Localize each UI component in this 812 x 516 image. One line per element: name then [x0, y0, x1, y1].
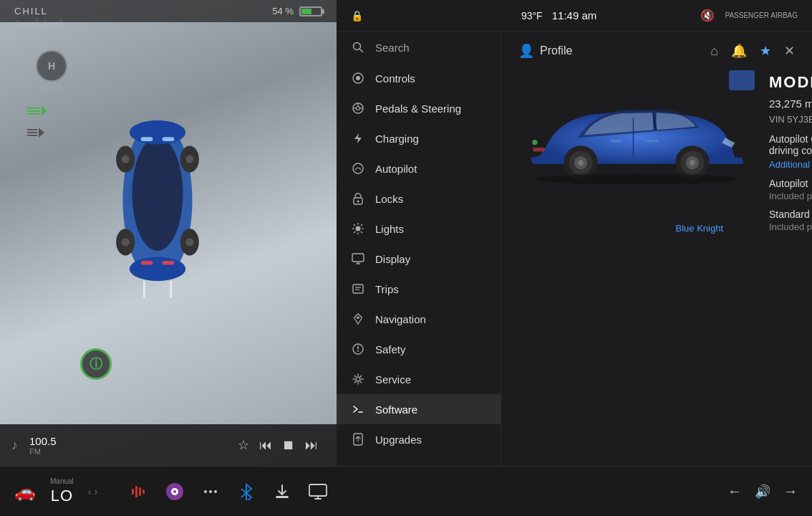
notifications-icon[interactable]: 🔔: [731, 43, 747, 59]
profile-section[interactable]: 👤 Profile: [518, 43, 572, 59]
controls-icon: [351, 71, 365, 85]
stop-button[interactable]: ⏹: [282, 438, 295, 453]
autopilot-icon: [351, 161, 365, 176]
lock-icon: [351, 191, 365, 206]
taskbar-icon-waveform[interactable]: [126, 479, 152, 505]
sidebar-item-safety[interactable]: Safety: [337, 334, 501, 364]
frequency-band: FM: [29, 447, 57, 456]
svg-rect-22: [141, 261, 153, 265]
hold-circle[interactable]: H: [36, 50, 67, 82]
charging-icon: [351, 131, 365, 145]
svg-line-46: [361, 224, 362, 226]
navigation-icon: [351, 312, 365, 326]
autopilot-computer-row: Autopilot Computer: Full self-driving co…: [769, 133, 812, 171]
sidebar-item-upgrades[interactable]: Upgrades: [337, 424, 501, 454]
svg-rect-20: [141, 137, 153, 141]
service-icon: [351, 372, 365, 386]
sidebar-item-service[interactable]: Service: [337, 364, 501, 394]
sidebar-item-display[interactable]: Display: [337, 244, 501, 274]
favorite-button[interactable]: ☆: [238, 437, 249, 453]
svg-point-57: [357, 350, 359, 352]
svg-rect-48: [352, 254, 364, 262]
lights-icon: [351, 221, 365, 236]
home-icon[interactable]: ⌂: [710, 44, 718, 59]
taskbar-icon-record[interactable]: [162, 479, 188, 505]
close-icon[interactable]: ✕: [784, 43, 795, 59]
pedals-label: Pedals & Steering: [375, 102, 461, 115]
drive-mode-label: Manual: [50, 477, 74, 485]
status-temperature: 93°F: [521, 10, 543, 22]
svg-point-9: [132, 137, 183, 251]
taskbar-forward-icon[interactable]: →: [783, 483, 798, 500]
battery-icon: [299, 6, 322, 16]
svg-rect-4: [27, 129, 37, 130]
car-display-section: Blue Knight MODEL 3 23,275 mi VIN 5YJ3E1…: [518, 70, 795, 239]
headlight-low-icon[interactable]: [27, 125, 53, 140]
taskbar-car-icon: 🚗: [14, 482, 36, 502]
svg-point-84: [209, 490, 212, 493]
taskbar-icon-bluetooth[interactable]: [233, 479, 259, 505]
mileage-display: 23,275 mi: [769, 97, 812, 110]
next-track-button[interactable]: ⏭: [305, 438, 318, 453]
connectivity-row: Standard Connectivity ⓘ Included package: [769, 209, 812, 232]
autopilot-row: Autopilot ⓘ Included package: [769, 178, 812, 201]
bluetooth-icon[interactable]: ★: [760, 43, 771, 59]
svg-point-29: [356, 76, 360, 80]
sidebar-item-charging[interactable]: Charging: [337, 123, 501, 153]
next-arrow[interactable]: ›: [94, 486, 97, 497]
sidebar-item-navigation[interactable]: Navigation: [337, 304, 501, 334]
software-label: Software: [375, 403, 417, 416]
svg-rect-6: [27, 135, 37, 136]
svg-point-85: [214, 490, 217, 493]
color-name: Blue Knight: [676, 223, 724, 234]
safety-icon: [351, 342, 365, 356]
svg-line-47: [354, 231, 355, 233]
taskbar-right: ← 🔊 →: [728, 483, 798, 500]
autopilot-label: Autopilot: [375, 163, 417, 175]
sidebar-item-trips[interactable]: Trips: [337, 274, 501, 304]
display-icon: [351, 252, 365, 266]
search-item[interactable]: Search: [337, 34, 501, 60]
sidebar-item-pedals[interactable]: Pedals & Steering: [337, 93, 501, 123]
music-note-icon: ♪: [11, 438, 18, 453]
hold-button[interactable]: H HOLD: [36, 50, 67, 93]
drive-mode-value: LO: [51, 487, 73, 505]
sidebar-item-locks[interactable]: Locks: [337, 183, 501, 214]
status-time: 11:49 am: [552, 9, 597, 22]
svg-point-54: [357, 316, 359, 319]
tesla-screen: 🔒 11:49 am 93°F 🔇 PASSENGER AIRBAG Searc…: [337, 0, 812, 466]
svg-rect-77: [135, 486, 137, 497]
info-button[interactable]: ⓘ: [80, 348, 112, 380]
taskbar-icon-display[interactable]: [305, 479, 331, 505]
profile-header: 👤 Profile ⌂ 🔔 ★ ✕: [518, 43, 795, 59]
svg-point-31: [357, 107, 360, 110]
prev-arrow[interactable]: ‹: [88, 486, 92, 497]
controls-label: Controls: [375, 72, 415, 85]
taskbar-icon-menu[interactable]: [198, 479, 223, 505]
car-3d-view: Blue Knight: [518, 70, 755, 239]
previous-track-button[interactable]: ⏮: [259, 438, 272, 453]
additional-vehicle-info-link[interactable]: Additional Vehicle Information: [769, 159, 812, 170]
safety-label: Safety: [375, 343, 406, 355]
svg-line-27: [360, 49, 363, 52]
locks-label: Locks: [375, 193, 403, 205]
headlight-high-icon[interactable]: [27, 104, 53, 118]
frequency-value: 100.5: [29, 435, 57, 447]
drive-mode-display: Manual LO: [50, 477, 74, 505]
svg-marker-35: [354, 133, 362, 143]
right-content: 👤 Profile ⌂ 🔔 ★ ✕: [501, 32, 812, 466]
taskbar-back-icon[interactable]: ←: [728, 483, 742, 500]
sidebar-item-autopilot[interactable]: Autopilot: [337, 153, 501, 183]
color-swatch: [729, 70, 755, 90]
sidebar-item-software[interactable]: Software: [337, 394, 501, 424]
taskbar-icon-download[interactable]: [269, 479, 295, 505]
taskbar: 🚗 Manual LO ‹ ›: [0, 466, 812, 516]
svg-point-74: [535, 174, 738, 185]
svg-point-16: [122, 156, 130, 163]
media-controls: ☆ ⏮ ⏹ ⏭: [238, 437, 318, 453]
svg-rect-72: [647, 140, 659, 143]
sidebar-item-lights[interactable]: Lights: [337, 214, 501, 244]
passenger-airbag-icon: PASSENGER AIRBAG: [725, 11, 798, 19]
svg-rect-21: [163, 137, 175, 141]
sidebar-item-controls[interactable]: Controls: [337, 63, 501, 93]
